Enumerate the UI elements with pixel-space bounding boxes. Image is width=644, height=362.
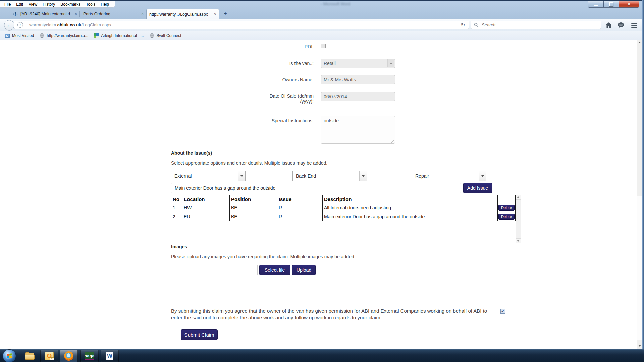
scroll-up-button[interactable] <box>637 40 642 45</box>
col-location: Location <box>182 195 230 203</box>
maximize-button[interactable] <box>604 1 619 8</box>
chat-smiley-icon <box>618 22 624 28</box>
url-bar[interactable]: i warrantyclaim.abiuk.co.uk/LogClaim.asp… <box>14 21 469 29</box>
taskbar-word-button[interactable]: W <box>101 350 119 362</box>
cell-issue: R <box>277 212 323 221</box>
menu-history[interactable]: History <box>40 2 57 7</box>
bookmark-warrantyclaim[interactable]: http://warrantyclaim.a... <box>37 32 90 39</box>
menu-edit[interactable]: Edit <box>14 2 25 7</box>
url-text: warrantyclaim.abiuk.co.uk/LogClaim.aspx <box>29 22 111 27</box>
col-actions <box>498 195 516 203</box>
home-button[interactable] <box>604 21 613 29</box>
issue-position-select[interactable]: Back End <box>292 171 367 181</box>
menu-file[interactable]: File <box>2 2 13 7</box>
page-info-icon[interactable]: i <box>17 22 23 28</box>
cell-description: All Internal doors need adjusting. <box>323 203 498 212</box>
upload-button[interactable]: Upload <box>292 265 316 275</box>
scroll-down-button[interactable] <box>516 238 521 243</box>
issue-description-input[interactable] <box>171 183 461 193</box>
tab-abi-9240[interactable]: [ABI-9240] Main external d... × <box>10 9 80 19</box>
table-row: 1 HW BE R All Internal doors need adjust… <box>171 203 516 212</box>
chevron-down-icon <box>481 175 484 177</box>
file-path-input[interactable] <box>171 265 258 275</box>
window-controls: × <box>588 1 639 8</box>
scroll-up-button[interactable] <box>516 195 521 200</box>
bookmark-most-visited[interactable]: Most Visited <box>3 32 36 39</box>
search-input[interactable] <box>481 22 601 28</box>
arrow-down-icon <box>517 240 520 242</box>
taskbar-sage-button[interactable]: sage <box>80 350 99 362</box>
hello-chat-button[interactable] <box>616 21 625 29</box>
date-of-sale-label: Date Of Sale (dd/mm /yyyy): <box>210 93 314 104</box>
minimize-button[interactable] <box>588 1 604 8</box>
globe-icon <box>149 33 155 38</box>
menu-bookmarks[interactable]: Bookmarks <box>58 2 83 7</box>
resize-grip-icon[interactable] <box>391 140 394 143</box>
navigation-toolbar: ← i warrantyclaim.abiuk.co.uk/LogClaim.a… <box>0 19 644 31</box>
special-instructions-textarea[interactable]: outside <box>321 116 395 144</box>
select-arrow-button[interactable] <box>359 171 367 181</box>
new-tab-button[interactable]: + <box>221 10 229 17</box>
cell-description: Main exterior Door has a gap around the … <box>323 212 498 221</box>
van-type-select: Retail <box>321 59 395 68</box>
menu-bar: File Edit View History Bookmarks Tools H… <box>0 1 115 8</box>
van-type-value: Retail <box>324 61 336 66</box>
page-scrollbar[interactable] <box>637 40 642 349</box>
col-issue: Issue <box>277 195 323 203</box>
arleigh-site-icon <box>94 33 99 38</box>
issue-type-select[interactable]: Repair <box>412 171 486 181</box>
agreement-checkbox[interactable]: ✓ <box>500 309 505 314</box>
menu-tools[interactable]: Tools <box>84 2 98 7</box>
back-button[interactable]: ← <box>4 20 14 31</box>
cell-location: HW <box>182 203 230 212</box>
issue-type-value: Repair <box>412 173 479 179</box>
scroll-down-button[interactable] <box>637 343 642 349</box>
delete-issue-button[interactable]: Delete <box>498 205 515 211</box>
special-instructions-label: Special Instructions: <box>210 118 314 123</box>
window-right-edge <box>642 0 644 362</box>
tab-label: Parts Ordering <box>83 12 110 16</box>
url-path: /LogClaim.aspx <box>81 22 111 27</box>
taskbar-explorer-button[interactable] <box>21 350 39 362</box>
select-file-button[interactable]: Select file <box>259 265 290 275</box>
scrollbar-thumb[interactable] <box>637 196 642 340</box>
menu-view[interactable]: View <box>26 2 40 7</box>
tab-close-icon[interactable]: × <box>75 12 77 16</box>
van-type-label: Is the van..: <box>210 61 314 66</box>
taskbar-outlook-button[interactable]: O <box>40 350 58 362</box>
bookmark-arleigh[interactable]: Arleigh International - ... <box>92 32 146 39</box>
tab-separator <box>79 11 80 17</box>
maximize-icon <box>609 2 613 6</box>
sage-icon: sage <box>85 351 94 361</box>
minimize-icon <box>594 5 598 6</box>
col-no: No <box>171 195 182 203</box>
bookmarks-bar: Most Visited http://warrantyclaim.a... A… <box>0 31 644 40</box>
table-scrollbar[interactable] <box>516 195 521 243</box>
tab-close-icon[interactable]: × <box>214 12 216 16</box>
pdi-label: PDI: <box>210 44 314 49</box>
close-button[interactable]: × <box>619 1 639 8</box>
pdi-checkbox <box>321 44 326 48</box>
start-button[interactable] <box>3 349 16 362</box>
word-icon: W <box>105 351 114 361</box>
delete-issue-button[interactable]: Delete <box>498 214 515 220</box>
tab-close-icon[interactable]: × <box>141 12 144 16</box>
submit-claim-button[interactable]: Submit Claim <box>181 329 218 340</box>
menu-button[interactable] <box>630 21 639 29</box>
reload-button[interactable]: ↻ <box>459 22 467 28</box>
close-icon: × <box>628 2 630 6</box>
tab-logclaim-active[interactable]: http://warranty.../LogClaim.aspx × <box>146 9 219 19</box>
search-bar[interactable] <box>471 21 601 29</box>
bookmark-label: Most Visited <box>12 33 34 38</box>
add-issue-button[interactable]: Add Issue <box>463 183 492 193</box>
cell-issue: R <box>277 203 323 212</box>
select-arrow-button[interactable] <box>238 171 245 181</box>
issue-position-value: Back End <box>293 173 359 179</box>
taskbar-firefox-button[interactable] <box>60 350 78 362</box>
arrow-down-icon <box>638 345 641 347</box>
tab-parts-ordering[interactable]: Parts Ordering × <box>80 9 146 19</box>
issue-location-select[interactable]: External <box>171 171 246 181</box>
bookmark-swift-connect[interactable]: Swift Connect <box>147 32 183 39</box>
menu-help[interactable]: Help <box>98 2 111 7</box>
select-arrow-button[interactable] <box>479 171 486 181</box>
